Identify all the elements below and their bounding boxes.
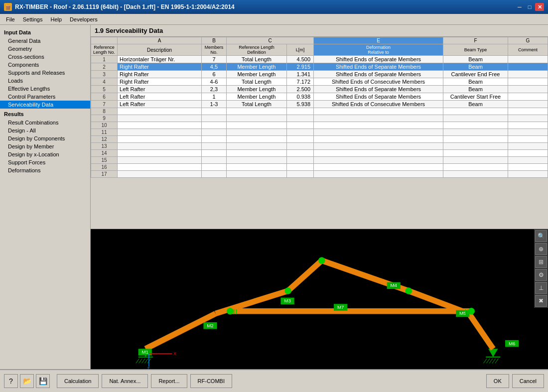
cell-lm — [286, 150, 313, 157]
cell-row-num: 8 — [91, 108, 118, 115]
cell-members-no: 1 — [201, 93, 226, 101]
cell-row-num: 14 — [91, 150, 118, 157]
col-header-num — [91, 37, 118, 44]
sidebar-item-cross-sections[interactable]: Cross-sections — [0, 53, 90, 61]
cell-deformation: Shifted Ends of Consecutive Members — [314, 101, 443, 108]
viz-btn-grid[interactable]: ⊞ — [535, 256, 547, 268]
structure-diagram: M1 M2 M3 M4 M5 M6 — [91, 229, 548, 369]
rf-combi-button[interactable]: RF-COMBI — [190, 374, 232, 388]
cell-deformation — [314, 171, 443, 178]
menu-settings[interactable]: Settings — [19, 15, 47, 23]
col-subheader-deformation: DeformationRelative to — [314, 44, 443, 56]
viz-btn-settings[interactable]: ⚙ — [535, 269, 547, 281]
svg-text:M4: M4 — [391, 282, 398, 288]
cell-description — [118, 115, 202, 122]
sidebar-item-deformations[interactable]: Deformations — [0, 166, 90, 174]
table-row[interactable]: 1 Horizontaler Träger Nr. 7 Total Length… — [91, 56, 548, 63]
maximize-button[interactable]: □ — [525, 3, 534, 11]
table-row[interactable]: 2 Right Rafter 4,5 Member Length 2.915 S… — [91, 63, 548, 71]
viz-btn-reset[interactable]: ✖ — [535, 295, 547, 307]
nat-annex-button[interactable]: Nat. Annex... — [102, 374, 148, 388]
cell-members-no: 2,3 — [201, 86, 226, 93]
cell-lm: 2.915 — [286, 63, 313, 71]
cell-members-no — [201, 171, 226, 178]
svg-text:M5: M5 — [459, 310, 466, 316]
sidebar-item-design-all[interactable]: Design - All — [0, 127, 90, 134]
cell-lm: 7.172 — [286, 78, 313, 86]
svg-point-14 — [405, 287, 412, 294]
cell-members-no: 1-3 — [201, 101, 226, 108]
viz-btn-view[interactable]: 🔍 — [535, 230, 547, 242]
save-icon-button[interactable]: 💾 — [36, 374, 50, 388]
bottom-bar: ? 📂 💾 Calculation Nat. Annex... Report..… — [0, 369, 548, 392]
svg-text:M1: M1 — [141, 349, 148, 355]
table-row[interactable]: 15 — [91, 157, 548, 164]
cell-description: Left Rafter — [118, 101, 202, 108]
table-row[interactable]: 7 Left Rafter 1-3 Total Length 5.938 Shi… — [91, 101, 548, 108]
cell-beam-type — [443, 143, 508, 150]
col-header-e: E — [314, 37, 443, 44]
sidebar-item-serviceability-data[interactable]: Serviceability Data — [0, 101, 90, 109]
table-wrapper[interactable]: A B C E F G ReferenceLength No. Descript… — [91, 37, 548, 229]
table-row[interactable]: 10 — [91, 122, 548, 129]
cell-comment — [508, 171, 548, 178]
cell-deformation — [314, 115, 443, 122]
sidebar-item-effective-lengths[interactable]: Effective Lengths — [0, 85, 90, 93]
cell-definition — [226, 129, 286, 136]
table-row[interactable]: 8 — [91, 108, 548, 115]
cell-comment — [508, 108, 548, 115]
menu-help[interactable]: Help — [46, 15, 66, 23]
cell-comment — [508, 122, 548, 129]
sidebar-item-supports-releases[interactable]: Supports and Releases — [0, 69, 90, 77]
open-icon-button[interactable]: 📂 — [20, 374, 34, 388]
table-row[interactable]: 9 — [91, 115, 548, 122]
table-section: 1.9 Serviceability Data A B C E F G — [91, 25, 548, 229]
cell-row-num: 17 — [91, 171, 118, 178]
cell-definition — [226, 108, 286, 115]
table-row[interactable]: 4 Right Rafter 4-6 Total Length 7.172 Sh… — [91, 78, 548, 86]
cancel-button[interactable]: Cancel — [512, 374, 544, 388]
cell-comment — [508, 56, 548, 63]
cell-beam-type — [443, 171, 508, 178]
cell-lm — [286, 115, 313, 122]
menu-developers[interactable]: Developers — [66, 15, 102, 23]
sidebar-item-design-by-components[interactable]: Design by Components — [0, 134, 90, 142]
table-row[interactable]: 3 Right Rafter 6 Member Length 1.341 Shi… — [91, 71, 548, 78]
ok-button[interactable]: OK — [486, 374, 509, 388]
sidebar-item-geometry[interactable]: Geometry — [0, 45, 90, 53]
close-button[interactable]: ✕ — [535, 3, 544, 11]
table-row[interactable]: 6 Left Rafter 1 Member Length 0.938 Shif… — [91, 93, 548, 101]
sidebar-item-loads[interactable]: Loads — [0, 77, 90, 85]
app-title: RX-TIMBER - Roof - 2.06.1119 (64bit) - [… — [15, 3, 235, 10]
table-row[interactable]: 17 — [91, 171, 548, 178]
cell-definition: Member Length — [226, 71, 286, 78]
sidebar-item-design-by-x-location[interactable]: Design by x-Location — [0, 150, 90, 158]
cell-deformation — [314, 164, 443, 171]
svg-text:M2: M2 — [207, 323, 213, 328]
calculation-button[interactable]: Calculation — [57, 374, 99, 388]
sidebar-item-result-combinations[interactable]: Result Combinations — [0, 119, 90, 127]
sidebar-item-control-parameters[interactable]: Control Parameters — [0, 93, 90, 101]
help-icon-button[interactable]: ? — [4, 374, 18, 388]
sidebar-item-general-data[interactable]: General Data — [0, 37, 90, 45]
report-button[interactable]: Report... — [151, 374, 187, 388]
cell-deformation: Shifted Ends of Separate Members — [314, 56, 443, 63]
sidebar-item-components[interactable]: Components — [0, 61, 90, 69]
table-row[interactable]: 14 — [91, 150, 548, 157]
cell-row-num: 10 — [91, 122, 118, 129]
table-row[interactable]: 11 — [91, 129, 548, 136]
minimize-button[interactable]: ─ — [515, 3, 524, 11]
table-row[interactable]: 16 — [91, 164, 548, 171]
menu-file[interactable]: File — [2, 15, 19, 23]
viz-btn-zoom[interactable]: ⊕ — [535, 243, 547, 255]
table-row[interactable]: 5 Left Rafter 2,3 Member Length 2.500 Sh… — [91, 86, 548, 93]
sidebar-item-design-by-member[interactable]: Design by Member — [0, 142, 90, 150]
svg-text:X: X — [173, 351, 176, 356]
svg-text:M6: M6 — [509, 341, 515, 346]
sidebar-item-support-forces[interactable]: Support Forces — [0, 158, 90, 166]
cell-lm: 1.341 — [286, 71, 313, 78]
table-row[interactable]: 12 — [91, 136, 548, 143]
app-icon: 🪵 — [4, 3, 12, 11]
viz-btn-axis[interactable]: ⊥ — [535, 282, 547, 294]
table-row[interactable]: 13 — [91, 143, 548, 150]
